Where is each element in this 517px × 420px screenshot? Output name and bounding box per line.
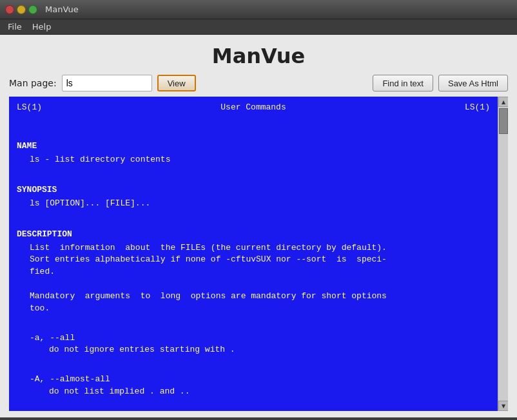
desc-line-1: List information about the FILEs (the cu…	[30, 242, 490, 254]
desc-line-5: too.	[30, 303, 490, 315]
synopsis-section-title: SYNOPSIS	[17, 184, 490, 196]
main-content: ManVue Man page: View Find in text Save …	[0, 35, 517, 417]
desc-line-2: Sort entries alphabetically if none of -…	[30, 254, 490, 266]
manpage-header-left: LS(1)	[17, 102, 42, 114]
description-section-title: DESCRIPTION	[17, 229, 490, 241]
toolbar: Man page: View Find in text Save As Html	[9, 75, 508, 91]
desc-line-4: Mandatory arguments to long options are …	[30, 291, 490, 303]
title-bar: ManVue	[0, 0, 517, 19]
manpage-scroll[interactable]: LS(1) User Commands LS(1) NAME ls - list…	[9, 97, 498, 411]
description-section-body: List information about the FILEs (the cu…	[17, 242, 490, 411]
scrollbar-up-button[interactable]: ▲	[498, 97, 508, 107]
window-title: ManVue	[45, 5, 79, 14]
option-a-desc: do not ignore entries starting with .	[30, 344, 490, 356]
man-page-label: Man page:	[9, 78, 57, 88]
maximize-button[interactable]	[28, 5, 37, 14]
scrollbar-down-button[interactable]: ▼	[498, 401, 508, 411]
option-a-name: -a, --all	[30, 332, 490, 345]
scrollbar-thumb[interactable]	[499, 108, 508, 134]
manpage-container: LS(1) User Commands LS(1) NAME ls - list…	[9, 97, 508, 411]
manpage-header-center: User Commands	[220, 102, 286, 114]
scrollbar: ▲ ▼	[498, 97, 508, 411]
option-A-desc: do not list implied . and ..	[30, 386, 490, 398]
synopsis-section-body: ls [OPTION]... [FILE]...	[17, 198, 490, 210]
close-button[interactable]	[5, 5, 14, 14]
minimize-button[interactable]	[17, 5, 26, 14]
scrollbar-track	[498, 107, 508, 401]
manpage-header: LS(1) User Commands LS(1)	[17, 102, 490, 114]
find-in-text-button[interactable]: Find in text	[373, 75, 433, 91]
menu-bar: File Help	[0, 19, 517, 35]
app-title: ManVue	[9, 41, 508, 68]
view-button[interactable]: View	[157, 75, 196, 91]
window-controls	[5, 5, 37, 14]
save-as-html-button[interactable]: Save As Html	[438, 75, 508, 91]
name-section-body: ls - list directory contents	[17, 154, 490, 166]
manpage-header-right: LS(1)	[465, 102, 490, 114]
desc-line-3: fied.	[30, 266, 490, 278]
name-section-title: NAME	[17, 140, 490, 153]
menu-file[interactable]: File	[3, 21, 27, 33]
man-page-input[interactable]	[62, 75, 152, 91]
option-A-name: -A, --almost-all	[30, 374, 490, 386]
menu-help[interactable]: Help	[27, 21, 57, 33]
